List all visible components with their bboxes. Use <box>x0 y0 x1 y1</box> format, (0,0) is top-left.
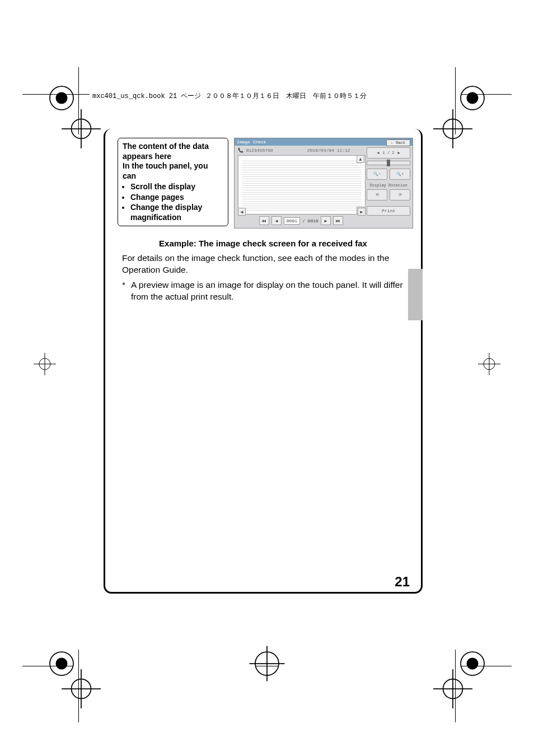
svg-point-23 <box>39 358 50 370</box>
register-target-icon <box>34 353 56 375</box>
print-metadata-line: mxc401_us_qck.book 21 ページ ２００８年１０月１６日 木曜… <box>92 91 367 101</box>
crop-mark-icon <box>453 644 492 683</box>
svg-point-5 <box>56 658 68 670</box>
callout-box: The content of the data appears here In … <box>118 138 228 226</box>
rotate-left-button[interactable]: ⟲ <box>367 189 387 200</box>
rotate-right-button[interactable]: ⟳ <box>390 189 410 200</box>
callout-item: Scroll the display <box>130 182 223 192</box>
footnote-paragraph: * A preview image is an image for displa… <box>105 279 421 303</box>
page-number: 21 <box>395 574 410 590</box>
next-page-button[interactable]: ▶ <box>321 216 331 225</box>
svg-point-11 <box>72 119 91 139</box>
register-target-icon <box>62 109 101 148</box>
callout-line-1: The content of the data appears here <box>123 142 223 161</box>
touch-panel-screenshot: Image Check ← Back 📞 0123456789 2010/04/… <box>234 138 413 228</box>
scroll-up-button[interactable]: ▲ <box>357 155 364 163</box>
section-thumb-tab <box>408 269 423 320</box>
callout-item: Change pages <box>130 193 223 203</box>
scroll-right-button[interactable]: ▶ <box>358 208 366 216</box>
total-pages: / 0010 <box>302 218 318 223</box>
crop-mark-icon <box>453 78 492 118</box>
callout-line-2: In the touch panel, you can <box>123 161 223 181</box>
svg-point-7 <box>467 658 479 670</box>
svg-point-6 <box>461 652 484 675</box>
svg-point-26 <box>484 358 495 370</box>
fax-number: 📞 0123456789 <box>238 148 273 153</box>
svg-point-2 <box>461 86 484 110</box>
callout-item: Change the display magnification <box>130 203 223 222</box>
scroll-left-button[interactable]: ◀ <box>238 208 246 216</box>
footnote-marker: * <box>122 279 131 303</box>
svg-point-8 <box>255 652 279 675</box>
zoom-out-button[interactable]: 🔍− <box>367 169 387 180</box>
crop-mark-icon <box>42 644 81 683</box>
current-page: 0001 <box>284 217 300 225</box>
next-copy-icon: ▶ <box>398 151 400 155</box>
rotation-label: Display Rotation <box>367 183 410 188</box>
copy-count: 1 / 2 <box>382 151 394 155</box>
crop-mark-icon <box>42 78 81 118</box>
footnote-text: A preview image is an image for display … <box>131 279 405 303</box>
zoom-in-button[interactable]: 🔍+ <box>390 169 410 180</box>
prev-copy-icon: ◀ <box>377 151 379 155</box>
fax-datetime: 2010/04/04 11:12 <box>307 148 350 153</box>
preview-area[interactable] <box>238 155 366 214</box>
print-metadata-text: mxc401_us_qck.book 21 ページ ２００８年１０月１６日 木曜… <box>92 92 367 100</box>
prev-page-button[interactable]: ◀ <box>271 216 282 225</box>
print-button[interactable]: Print <box>367 206 410 216</box>
back-button[interactable]: ← Back <box>386 139 410 146</box>
body-paragraph: For details on the image check function,… <box>105 253 421 276</box>
register-target-icon <box>433 109 472 148</box>
page-content-frame: The content of the data appears here In … <box>104 129 423 594</box>
register-target-icon <box>433 669 472 708</box>
page-navigation: ⏮ ◀ 0001 / 0010 ▶ ⏭ <box>238 216 364 226</box>
svg-point-0 <box>50 86 73 110</box>
zoom-slider[interactable] <box>367 161 410 165</box>
first-page-button[interactable]: ⏮ <box>259 216 269 225</box>
svg-point-20 <box>443 679 463 699</box>
register-target-icon <box>478 353 500 375</box>
copy-selector[interactable]: ◀ 1 / 2 ▶ <box>367 147 410 158</box>
svg-point-14 <box>443 119 463 139</box>
crop-mark-icon <box>247 644 287 683</box>
svg-point-17 <box>72 679 91 699</box>
svg-point-4 <box>50 652 73 675</box>
register-target-icon <box>62 669 101 708</box>
figure-caption: Example: The image check screen for a re… <box>105 239 421 248</box>
last-page-button[interactable]: ⏭ <box>333 216 343 225</box>
